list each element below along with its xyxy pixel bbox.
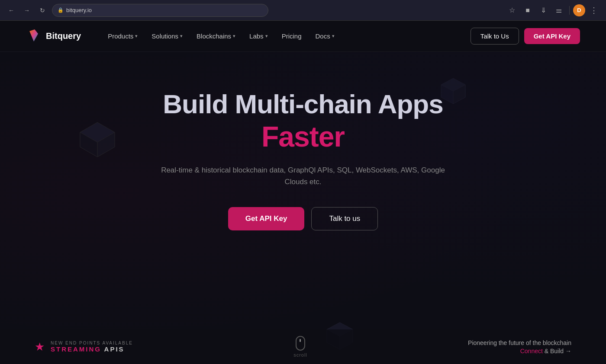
nav-solutions[interactable]: Solutions ▾ [145,29,189,43]
profile-button[interactable]: D [573,4,585,16]
streaming-apis-text: STREAMING APIS [51,345,133,353]
new-endpoints-text: NEW END POINTS AVAILABLE [51,341,133,345]
star-icon: ★ [35,340,45,354]
nav-labs[interactable]: Labs ▾ [243,29,274,43]
page-content: Bitquery Products ▾ Solutions ▾ Blockcha… [0,21,606,364]
forward-button[interactable]: → [21,4,33,16]
hero-buttons: Get API Key Talk to us [228,207,378,230]
hero-get-api-key-button[interactable]: Get API Key [228,207,305,230]
logo-link[interactable]: Bitquery [26,29,81,44]
reload-button[interactable]: ↻ [36,4,48,16]
scroll-text: scroll [293,352,307,358]
divider [569,6,570,15]
streaming-apis-promo: ★ NEW END POINTS AVAILABLE STREAMING API… [35,340,133,354]
back-button[interactable]: ← [5,4,17,16]
bottom-bar: ★ NEW END POINTS AVAILABLE STREAMING API… [0,329,606,364]
chevron-down-icon: ▾ [332,33,335,39]
streaming-label: NEW END POINTS AVAILABLE STREAMING APIS [51,341,133,353]
chevron-down-icon: ▾ [233,33,235,39]
nav-pricing[interactable]: Pricing [276,29,308,43]
bookmark-button[interactable]: ☆ [505,3,519,17]
get-api-key-button[interactable]: Get API Key [524,28,580,44]
nav-actions: Talk to Us Get API Key [471,28,580,45]
logo-text: Bitquery [46,31,81,41]
hero-section: Build Multi-chain Apps Faster Real-time … [0,52,606,259]
nav-products[interactable]: Products ▾ [102,29,144,43]
nav-docs[interactable]: Docs ▾ [309,29,340,43]
chevron-down-icon: ▾ [265,33,268,39]
navbar: Bitquery Products ▾ Solutions ▾ Blockcha… [0,21,606,52]
connect-build-link[interactable]: Connect & Build → [468,348,571,354]
browser-chrome: ← → ↻ 🔒 bitquery.io ☆ ■ ⇓ ⚌ D ⋮ [0,0,606,21]
scroll-dot [300,339,301,342]
extensions-button[interactable]: ■ [521,3,535,17]
arrow-right-icon: → [565,348,571,354]
talk-to-us-button[interactable]: Talk to Us [471,28,519,45]
scroll-indicator: scroll [133,336,468,358]
hero-title: Build Multi-chain Apps Faster [163,89,443,152]
chevron-down-icon: ▾ [135,33,138,39]
browser-actions: ☆ ■ ⇓ ⚌ D ⋮ [505,3,601,17]
scroll-mouse-icon [296,336,305,351]
nav-items: Products ▾ Solutions ▾ Blockchains ▾ Lab… [102,29,471,43]
hero-subtitle: Real-time & historical blockchain data, … [156,164,450,188]
pioneering-text: Pioneering the future of the blockchain [468,339,571,346]
download-button[interactable]: ⇓ [536,3,550,17]
connect-text: Connect [520,348,543,354]
menu-button[interactable]: ⋮ [587,3,601,17]
hero-talk-button[interactable]: Talk to us [311,207,378,230]
nav-blockchains[interactable]: Blockchains ▾ [190,29,242,43]
address-bar[interactable]: 🔒 bitquery.io [52,4,268,17]
sidebar-button[interactable]: ⚌ [552,3,566,17]
url-text: bitquery.io [66,7,92,13]
chevron-down-icon: ▾ [180,33,183,39]
pioneering-text-area: Pioneering the future of the blockchain … [468,339,571,354]
lock-icon: 🔒 [58,7,64,13]
logo-icon [26,29,42,44]
